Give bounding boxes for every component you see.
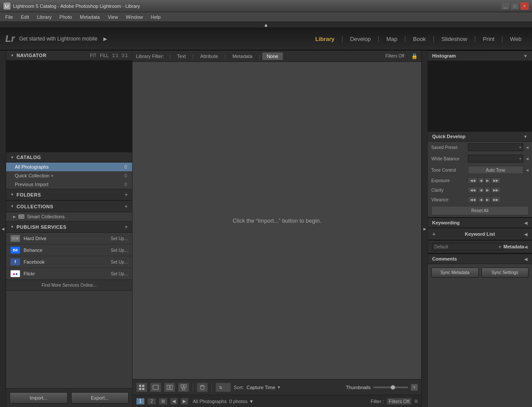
menu-library[interactable]: Library: [34, 14, 55, 20]
harddrive-setup-btn[interactable]: Set Up...: [111, 236, 128, 241]
folders-add-btn[interactable]: +: [124, 191, 128, 198]
right-panel-toggle[interactable]: ▶: [421, 51, 427, 407]
metadata-preset-dropdown[interactable]: Default ▾: [432, 243, 503, 251]
comments-header[interactable]: Comments ◀: [428, 254, 532, 264]
tab-develop[interactable]: Develop: [345, 34, 376, 44]
keyword-add-btn[interactable]: +: [432, 231, 436, 237]
vibrance-dec-btn[interactable]: ◀: [478, 197, 484, 203]
filmstrip-page2-btn[interactable]: 2: [147, 398, 156, 405]
keyword-list-collapse-icon[interactable]: ◀: [524, 232, 528, 237]
thumbnail-size-slider[interactable]: [373, 387, 408, 388]
collections-header[interactable]: ▼ Collections +: [6, 201, 132, 212]
folders-header[interactable]: ▼ Folders +: [6, 189, 132, 200]
menu-photo[interactable]: Photo: [56, 14, 75, 20]
quick-develop-collapse-icon[interactable]: ▼: [523, 134, 528, 139]
keywording-collapse-icon[interactable]: ◀: [524, 220, 528, 225]
white-balance-arrow[interactable]: ▾: [519, 157, 521, 161]
collections-add-btn[interactable]: +: [124, 203, 128, 210]
menu-help[interactable]: Help: [147, 14, 164, 20]
export-button[interactable]: Export...: [71, 392, 129, 404]
filter-lock-icon[interactable]: 🔒: [411, 53, 418, 59]
top-panel-toggle[interactable]: ▲: [0, 22, 532, 28]
saved-preset-control[interactable]: ▾: [468, 143, 523, 151]
exposure-dec-btn[interactable]: ◀: [478, 177, 484, 183]
import-button[interactable]: Import...: [10, 392, 68, 404]
thumbnail-slider-thumb[interactable]: [391, 385, 395, 390]
filter-tab-text[interactable]: Text: [172, 52, 191, 60]
find-more-services-btn[interactable]: Find More Services Online...: [6, 280, 132, 290]
exposure-inc-btn[interactable]: ▶: [484, 177, 491, 183]
nav-fill-btn[interactable]: FILL: [100, 53, 109, 58]
left-panel-toggle[interactable]: ◀: [0, 51, 6, 407]
vibrance-inc-btn[interactable]: ▶: [484, 197, 491, 203]
menu-edit[interactable]: Edit: [17, 14, 33, 20]
metadata-collapse-icon[interactable]: ◀: [524, 244, 528, 249]
filmstrip-grid-btn[interactable]: ⊞: [159, 398, 167, 405]
filter-tab-attribute[interactable]: Attribute: [195, 52, 223, 60]
white-balance-control[interactable]: ▾: [468, 155, 523, 163]
filters-off-btn[interactable]: Filters Off: [382, 53, 408, 59]
minimize-button[interactable]: _: [501, 3, 509, 10]
exposure-dec-large-btn[interactable]: ◀◀: [468, 177, 477, 183]
filmstrip-prev-btn[interactable]: ◀: [170, 398, 178, 405]
nav-3to1-btn[interactable]: 3:1: [122, 53, 128, 58]
white-balance-reset[interactable]: ◀: [526, 157, 529, 161]
survey-view-btn[interactable]: [178, 383, 189, 392]
histogram-collapse-icon[interactable]: ▼: [523, 54, 528, 58]
loupe-view-btn[interactable]: [150, 383, 161, 392]
clarity-inc-large-btn[interactable]: ▶▶: [491, 187, 501, 193]
thumbnails-dropdown-btn[interactable]: ▾: [411, 384, 418, 391]
sort-direction-icon[interactable]: ▾: [278, 385, 280, 390]
menu-window[interactable]: Window: [123, 14, 147, 20]
filmstrip-filter-value[interactable]: Filters Off: [387, 398, 412, 405]
menu-view[interactable]: View: [104, 14, 122, 20]
maximize-button[interactable]: □: [511, 3, 519, 10]
catalog-item-quick-collection[interactable]: Quick Collection + 0: [6, 171, 132, 180]
filter-tab-metadata[interactable]: Metadata: [228, 52, 257, 60]
grid-view-btn[interactable]: [136, 383, 147, 392]
lr-mobile-arrow-icon[interactable]: ▶: [103, 36, 107, 42]
delete-btn[interactable]: [197, 383, 208, 392]
saved-preset-arrow[interactable]: ▾: [519, 146, 521, 149]
behance-setup-btn[interactable]: Set Up...: [111, 248, 128, 253]
catalog-item-previous-import[interactable]: Previous Import 0: [6, 180, 132, 189]
sync-metadata-btn[interactable]: Sync Metadata: [431, 268, 479, 278]
clarity-dec-large-btn[interactable]: ◀◀: [468, 187, 477, 193]
facebook-setup-btn[interactable]: Set Up...: [111, 260, 128, 265]
tab-print[interactable]: Print: [477, 34, 500, 44]
menu-file[interactable]: File: [2, 14, 17, 20]
keywording-header[interactable]: Keywording ◀: [428, 217, 532, 228]
catalog-item-all-photos[interactable]: All Photographs 0: [6, 163, 132, 171]
histogram-header[interactable]: Histogram ▼: [428, 51, 532, 61]
tab-web[interactable]: Web: [505, 34, 527, 44]
exposure-inc-large-btn[interactable]: ▶▶: [491, 177, 501, 183]
filter-tab-none[interactable]: None: [262, 52, 283, 60]
navigator-header[interactable]: ▼ Navigator FIT FILL 1:1 3:1: [6, 51, 132, 61]
sync-settings-btn[interactable]: Sync Settings: [481, 268, 529, 278]
tab-book[interactable]: Book: [408, 34, 431, 44]
close-button[interactable]: ✕: [521, 3, 529, 10]
nav-fit-btn[interactable]: FIT: [90, 53, 96, 58]
publish-add-btn[interactable]: +: [124, 224, 128, 230]
reset-all-btn[interactable]: Reset All: [431, 206, 529, 215]
saved-preset-reset[interactable]: ◀: [526, 146, 529, 149]
tab-library[interactable]: Library: [310, 34, 340, 44]
tab-slideshow[interactable]: Slideshow: [436, 34, 472, 44]
compare-view-btn[interactable]: [164, 383, 175, 392]
tab-map[interactable]: Map: [381, 34, 402, 44]
auto-tone-btn[interactable]: Auto Tone: [468, 166, 523, 174]
filmstrip-page1-btn[interactable]: 1: [136, 398, 145, 405]
filmstrip-next-btn[interactable]: ▶: [181, 398, 188, 405]
flickr-setup-btn[interactable]: Set Up...: [111, 271, 128, 276]
clarity-inc-btn[interactable]: ▶: [484, 187, 491, 193]
sort-order-btn[interactable]: ⇅: [215, 383, 231, 392]
tone-control-reset[interactable]: ◀: [526, 168, 529, 172]
clarity-dec-btn[interactable]: ◀: [478, 187, 484, 193]
menu-metadata[interactable]: Metadata: [76, 14, 103, 20]
nav-1to1-btn[interactable]: 1:1: [112, 53, 118, 58]
catalog-header[interactable]: ▼ Catalog: [6, 153, 132, 163]
vibrance-inc-large-btn[interactable]: ▶▶: [491, 197, 501, 203]
publish-services-header[interactable]: ▼ Publish Services +: [6, 221, 132, 233]
vibrance-dec-large-btn[interactable]: ◀◀: [468, 197, 477, 203]
quick-develop-header[interactable]: Quick Develop ▼: [428, 131, 532, 142]
